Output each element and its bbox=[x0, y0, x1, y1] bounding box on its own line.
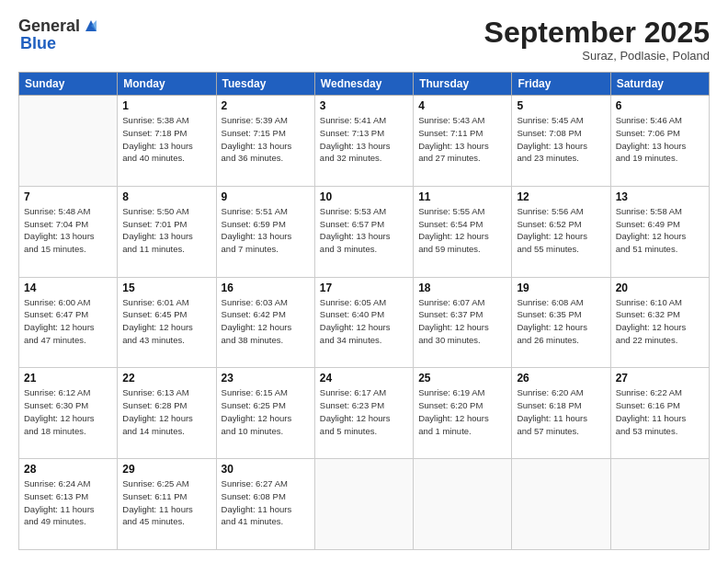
day-number: 26 bbox=[517, 372, 605, 385]
day-info: Sunrise: 6:00 AM Sunset: 6:47 PM Dayligh… bbox=[24, 296, 112, 347]
day-info: Sunrise: 5:51 AM Sunset: 6:59 PM Dayligh… bbox=[222, 205, 310, 256]
table-row bbox=[314, 459, 413, 550]
day-info: Sunrise: 5:46 AM Sunset: 7:06 PM Dayligh… bbox=[616, 114, 704, 165]
day-info: Sunrise: 6:22 AM Sunset: 6:16 PM Dayligh… bbox=[616, 386, 704, 437]
day-info: Sunrise: 6:19 AM Sunset: 6:20 PM Dayligh… bbox=[418, 386, 506, 437]
page: General Blue September 2025 Suraz, Podla… bbox=[0, 0, 728, 563]
logo: General Blue bbox=[18, 17, 100, 52]
table-row: 13Sunrise: 5:58 AM Sunset: 6:49 PM Dayli… bbox=[610, 186, 709, 277]
day-number: 16 bbox=[222, 282, 310, 294]
day-info: Sunrise: 6:10 AM Sunset: 6:32 PM Dayligh… bbox=[616, 296, 704, 347]
day-info: Sunrise: 5:58 AM Sunset: 6:49 PM Dayligh… bbox=[616, 205, 704, 256]
table-row: 2Sunrise: 5:39 AM Sunset: 7:15 PM Daylig… bbox=[216, 96, 314, 187]
day-number: 24 bbox=[320, 372, 408, 385]
col-thursday: Thursday bbox=[414, 73, 512, 96]
table-row: 30Sunrise: 6:27 AM Sunset: 6:08 PM Dayli… bbox=[216, 459, 314, 550]
table-row: 24Sunrise: 6:17 AM Sunset: 6:23 PM Dayli… bbox=[314, 368, 413, 459]
table-row: 22Sunrise: 6:13 AM Sunset: 6:28 PM Dayli… bbox=[118, 368, 216, 459]
col-wednesday: Wednesday bbox=[314, 73, 413, 96]
day-info: Sunrise: 5:53 AM Sunset: 6:57 PM Dayligh… bbox=[320, 205, 408, 256]
table-row: 18Sunrise: 6:07 AM Sunset: 6:37 PM Dayli… bbox=[414, 277, 512, 368]
day-info: Sunrise: 6:07 AM Sunset: 6:37 PM Dayligh… bbox=[418, 296, 506, 347]
title-block: September 2025 Suraz, Podlasie, Poland bbox=[484, 17, 710, 63]
day-number: 20 bbox=[616, 282, 704, 294]
logo-blue: Blue bbox=[18, 35, 100, 52]
day-number: 28 bbox=[24, 463, 112, 476]
table-row: 7Sunrise: 5:48 AM Sunset: 7:04 PM Daylig… bbox=[19, 186, 118, 277]
table-row: 26Sunrise: 6:20 AM Sunset: 6:18 PM Dayli… bbox=[512, 368, 610, 459]
day-number: 18 bbox=[418, 282, 506, 294]
day-number: 12 bbox=[517, 190, 605, 203]
day-number: 5 bbox=[517, 99, 605, 112]
day-info: Sunrise: 5:56 AM Sunset: 6:52 PM Dayligh… bbox=[517, 205, 605, 256]
header: General Blue September 2025 Suraz, Podla… bbox=[18, 17, 710, 63]
day-number: 29 bbox=[122, 463, 210, 476]
calendar-header-row: Sunday Monday Tuesday Wednesday Thursday… bbox=[19, 73, 710, 96]
table-row: 27Sunrise: 6:22 AM Sunset: 6:16 PM Dayli… bbox=[610, 368, 709, 459]
table-row: 23Sunrise: 6:15 AM Sunset: 6:25 PM Dayli… bbox=[216, 368, 314, 459]
table-row: 14Sunrise: 6:00 AM Sunset: 6:47 PM Dayli… bbox=[19, 277, 118, 368]
day-number: 7 bbox=[24, 190, 112, 203]
day-info: Sunrise: 5:39 AM Sunset: 7:15 PM Dayligh… bbox=[222, 114, 310, 165]
day-info: Sunrise: 5:55 AM Sunset: 6:54 PM Dayligh… bbox=[418, 205, 506, 256]
day-number: 14 bbox=[24, 282, 112, 294]
day-info: Sunrise: 5:50 AM Sunset: 7:01 PM Dayligh… bbox=[122, 205, 210, 256]
table-row: 15Sunrise: 6:01 AM Sunset: 6:45 PM Dayli… bbox=[118, 277, 216, 368]
day-number: 3 bbox=[320, 99, 408, 112]
logo-icon bbox=[82, 17, 100, 35]
month-title: September 2025 bbox=[484, 17, 710, 49]
table-row: 20Sunrise: 6:10 AM Sunset: 6:32 PM Dayli… bbox=[610, 277, 709, 368]
day-info: Sunrise: 6:24 AM Sunset: 6:13 PM Dayligh… bbox=[24, 477, 112, 528]
day-info: Sunrise: 6:08 AM Sunset: 6:35 PM Dayligh… bbox=[517, 296, 605, 347]
day-info: Sunrise: 6:03 AM Sunset: 6:42 PM Dayligh… bbox=[222, 296, 310, 347]
day-number: 1 bbox=[122, 99, 210, 112]
day-info: Sunrise: 6:25 AM Sunset: 6:11 PM Dayligh… bbox=[122, 477, 210, 528]
day-info: Sunrise: 5:41 AM Sunset: 7:13 PM Dayligh… bbox=[320, 114, 408, 165]
table-row: 5Sunrise: 5:45 AM Sunset: 7:08 PM Daylig… bbox=[512, 96, 610, 187]
table-row: 3Sunrise: 5:41 AM Sunset: 7:13 PM Daylig… bbox=[314, 96, 413, 187]
table-row bbox=[19, 96, 118, 187]
day-number: 25 bbox=[418, 372, 506, 385]
table-row: 11Sunrise: 5:55 AM Sunset: 6:54 PM Dayli… bbox=[414, 186, 512, 277]
table-row: 8Sunrise: 5:50 AM Sunset: 7:01 PM Daylig… bbox=[118, 186, 216, 277]
day-number: 27 bbox=[616, 372, 704, 385]
subtitle: Suraz, Podlasie, Poland bbox=[484, 49, 710, 63]
day-info: Sunrise: 5:48 AM Sunset: 7:04 PM Dayligh… bbox=[24, 205, 112, 256]
day-number: 23 bbox=[222, 372, 310, 385]
logo-general: General bbox=[18, 17, 80, 34]
day-info: Sunrise: 6:05 AM Sunset: 6:40 PM Dayligh… bbox=[320, 296, 408, 347]
day-info: Sunrise: 6:17 AM Sunset: 6:23 PM Dayligh… bbox=[320, 386, 408, 437]
table-row: 25Sunrise: 6:19 AM Sunset: 6:20 PM Dayli… bbox=[414, 368, 512, 459]
col-tuesday: Tuesday bbox=[216, 73, 314, 96]
calendar-table: Sunday Monday Tuesday Wednesday Thursday… bbox=[18, 72, 710, 550]
day-info: Sunrise: 6:15 AM Sunset: 6:25 PM Dayligh… bbox=[222, 386, 310, 437]
day-info: Sunrise: 6:01 AM Sunset: 6:45 PM Dayligh… bbox=[122, 296, 210, 347]
day-info: Sunrise: 6:13 AM Sunset: 6:28 PM Dayligh… bbox=[122, 386, 210, 437]
col-sunday: Sunday bbox=[19, 73, 118, 96]
col-saturday: Saturday bbox=[610, 73, 709, 96]
day-number: 17 bbox=[320, 282, 408, 294]
day-number: 21 bbox=[24, 372, 112, 385]
day-number: 15 bbox=[122, 282, 210, 294]
day-info: Sunrise: 5:43 AM Sunset: 7:11 PM Dayligh… bbox=[418, 114, 506, 165]
day-number: 13 bbox=[616, 190, 704, 203]
day-number: 8 bbox=[122, 190, 210, 203]
day-info: Sunrise: 6:12 AM Sunset: 6:30 PM Dayligh… bbox=[24, 386, 112, 437]
table-row: 12Sunrise: 5:56 AM Sunset: 6:52 PM Dayli… bbox=[512, 186, 610, 277]
table-row: 9Sunrise: 5:51 AM Sunset: 6:59 PM Daylig… bbox=[216, 186, 314, 277]
day-info: Sunrise: 5:45 AM Sunset: 7:08 PM Dayligh… bbox=[517, 114, 605, 165]
day-number: 6 bbox=[616, 99, 704, 112]
day-number: 19 bbox=[517, 282, 605, 294]
day-number: 10 bbox=[320, 190, 408, 203]
table-row: 6Sunrise: 5:46 AM Sunset: 7:06 PM Daylig… bbox=[610, 96, 709, 187]
col-monday: Monday bbox=[118, 73, 216, 96]
day-number: 30 bbox=[222, 463, 310, 476]
table-row: 28Sunrise: 6:24 AM Sunset: 6:13 PM Dayli… bbox=[19, 459, 118, 550]
day-info: Sunrise: 5:38 AM Sunset: 7:18 PM Dayligh… bbox=[122, 114, 210, 165]
table-row: 16Sunrise: 6:03 AM Sunset: 6:42 PM Dayli… bbox=[216, 277, 314, 368]
day-info: Sunrise: 6:20 AM Sunset: 6:18 PM Dayligh… bbox=[517, 386, 605, 437]
table-row bbox=[414, 459, 512, 550]
day-number: 2 bbox=[222, 99, 310, 112]
col-friday: Friday bbox=[512, 73, 610, 96]
table-row: 10Sunrise: 5:53 AM Sunset: 6:57 PM Dayli… bbox=[314, 186, 413, 277]
